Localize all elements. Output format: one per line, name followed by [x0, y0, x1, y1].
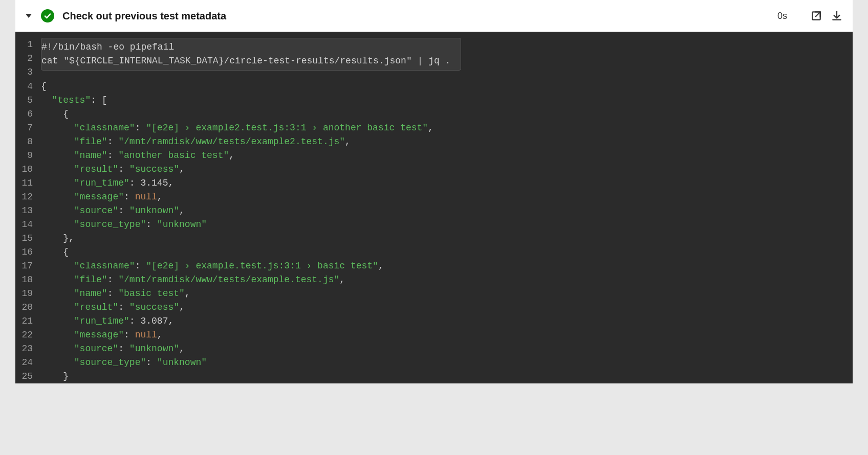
- step-duration: 0s: [777, 11, 787, 21]
- line-number: 16: [15, 245, 41, 259]
- line-number: 14: [15, 218, 41, 232]
- line-number: 18: [15, 273, 41, 287]
- line-number: 24: [15, 356, 41, 370]
- line-number: 10: [15, 163, 41, 176]
- output-line: "name": "basic test",: [41, 287, 853, 301]
- line-number: 11: [15, 176, 41, 190]
- line-number: 6: [15, 107, 41, 121]
- command-line: #!/bin/bash -eo pipefail: [41, 40, 461, 54]
- output-line: "source_type": "unknown": [41, 218, 853, 232]
- line-number: 25: [15, 370, 41, 383]
- line-number: 12: [15, 190, 41, 204]
- step-title: Check out previous test metadata: [62, 10, 777, 22]
- line-number: 1: [15, 38, 41, 52]
- line-number: 17: [15, 259, 41, 273]
- output-line: {: [41, 245, 853, 259]
- output-line: "result": "success",: [41, 163, 853, 176]
- output-line: {: [41, 80, 853, 94]
- step-container: Check out previous test metadata 0s 123 …: [15, 0, 853, 383]
- output-line: "source_type": "unknown": [41, 356, 853, 370]
- step-header[interactable]: Check out previous test metadata 0s: [15, 0, 853, 32]
- output-line: "file": "/mnt/ramdisk/www/tests/example2…: [41, 135, 853, 149]
- output-line: "result": "success",: [41, 301, 853, 314]
- command-block: #!/bin/bash -eo pipefailcat "${CIRCLE_IN…: [41, 38, 461, 71]
- output-line: "source": "unknown",: [41, 342, 853, 356]
- output-line: {: [41, 107, 853, 121]
- terminal-output: 123 #!/bin/bash -eo pipefailcat "${CIRCL…: [15, 32, 853, 383]
- output-line: "classname": "[e2e] › example2.test.js:3…: [41, 121, 853, 135]
- output-line: },: [41, 232, 853, 245]
- line-number: 13: [15, 204, 41, 218]
- output-line: "run_time": 3.145,: [41, 176, 853, 190]
- line-number: 9: [15, 149, 41, 163]
- download-icon[interactable]: [831, 10, 842, 21]
- output-line: "message": null,: [41, 328, 853, 342]
- line-number: 3: [15, 65, 41, 79]
- line-number: 22: [15, 328, 41, 342]
- output-line: "tests": [: [41, 94, 853, 107]
- line-number: 15: [15, 232, 41, 245]
- line-number: 21: [15, 314, 41, 328]
- success-check-icon: [41, 9, 54, 22]
- line-number: 2: [15, 52, 41, 65]
- line-number: 8: [15, 135, 41, 149]
- line-number: 7: [15, 121, 41, 135]
- output-line: "name": "another basic test",: [41, 149, 853, 163]
- output-line: "source": "unknown",: [41, 204, 853, 218]
- line-number: 5: [15, 94, 41, 107]
- output-line: "run_time": 3.087,: [41, 314, 853, 328]
- line-number: 20: [15, 301, 41, 314]
- line-number: 19: [15, 287, 41, 301]
- output-line: }: [41, 370, 853, 383]
- line-number: 4: [15, 80, 41, 94]
- caret-down-icon: [26, 14, 32, 18]
- output-line: "message": null,: [41, 190, 853, 204]
- line-number: 23: [15, 342, 41, 356]
- command-line: cat "${CIRCLE_INTERNAL_TASK_DATA}/circle…: [41, 54, 461, 68]
- output-line: "classname": "[e2e] › example.test.js:3:…: [41, 259, 853, 273]
- open-external-icon[interactable]: [811, 10, 822, 21]
- output-line: "file": "/mnt/ramdisk/www/tests/example.…: [41, 273, 853, 287]
